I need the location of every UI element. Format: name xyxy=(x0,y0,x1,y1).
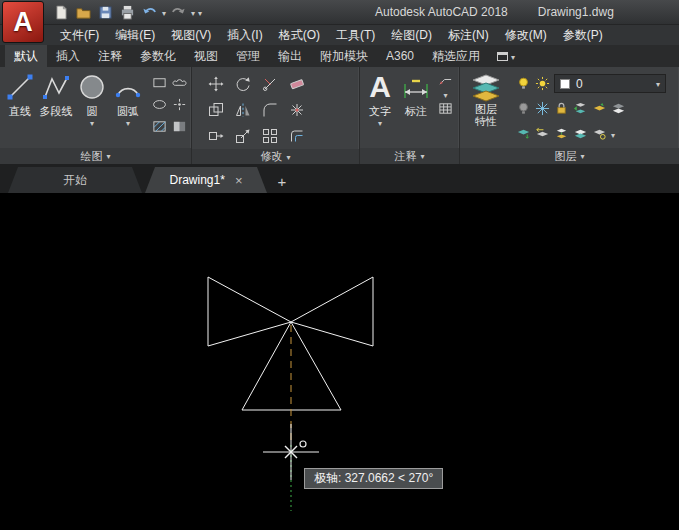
layer-tools-caret[interactable] xyxy=(611,129,615,139)
text-tool-button[interactable]: A 文字 xyxy=(362,69,398,148)
panel-annotate-footer[interactable]: 注释 xyxy=(360,148,459,164)
autocad-window: A Autodesk AutoCAD 2018 Drawing1.dwg 文件(… xyxy=(0,0,679,530)
ribbon-display-icon xyxy=(497,52,508,61)
layer-unisolate-button[interactable] xyxy=(573,126,588,141)
panel-layers-expand-caret xyxy=(580,152,584,160)
ribbon-tab-parametric[interactable]: 参数化 xyxy=(131,45,185,67)
menu-format[interactable]: 格式(O) xyxy=(271,25,328,45)
gradient-tool-button[interactable] xyxy=(169,115,189,137)
stretch-tool-button[interactable] xyxy=(202,123,229,149)
point-tool-button[interactable] xyxy=(169,93,189,115)
menu-draw[interactable]: 绘图(D) xyxy=(383,25,440,45)
text-dropdown-caret[interactable] xyxy=(378,117,382,127)
file-tab-start[interactable]: 开始 xyxy=(8,167,142,193)
offset-tool-button[interactable] xyxy=(283,123,310,149)
fillet-tool-button[interactable] xyxy=(256,97,283,123)
close-tab-icon[interactable]: × xyxy=(235,174,243,187)
layer-off-button[interactable] xyxy=(516,101,531,116)
save-button[interactable] xyxy=(96,2,115,22)
current-layer-dropdown[interactable]: 0 xyxy=(554,74,666,93)
bowtie-left-triangle[interactable] xyxy=(208,277,291,346)
panel-layers: 图层 特性 0 xyxy=(460,67,679,164)
ribbon-tab-bar: 默认 插入 注释 参数化 视图 管理 输出 附加模块 A360 精选应用 xyxy=(0,45,679,67)
document-title: Drawing1.dwg xyxy=(538,5,614,19)
menu-modify[interactable]: 修改(M) xyxy=(497,25,555,45)
ribbon-tab-manage[interactable]: 管理 xyxy=(227,45,269,67)
plot-button[interactable] xyxy=(118,2,137,22)
copy-tool-button[interactable] xyxy=(202,97,229,123)
make-current-button[interactable] xyxy=(592,101,607,116)
mirror-tool-button[interactable] xyxy=(229,97,256,123)
table-tool-button[interactable] xyxy=(438,101,453,116)
layer-dropdown-caret xyxy=(656,80,660,88)
ribbon-tab-home[interactable]: 默认 xyxy=(5,45,47,67)
ribbon-tab-featured-apps[interactable]: 精选应用 xyxy=(423,45,489,67)
new-drawing-tab-button[interactable]: + xyxy=(270,169,294,193)
rectangle-tool-button[interactable] xyxy=(149,71,169,93)
menu-tools[interactable]: 工具(T) xyxy=(328,25,383,45)
menu-parametric[interactable]: 参数(P) xyxy=(555,25,611,45)
scale-tool-button[interactable] xyxy=(229,123,256,149)
leader-tool-button[interactable] xyxy=(438,72,453,87)
circle-tool-button[interactable]: 圆 xyxy=(74,69,110,148)
ribbon-display-toggle-button[interactable] xyxy=(497,45,515,67)
panel-modify-footer[interactable]: 修改 xyxy=(192,149,359,164)
menu-edit[interactable]: 编辑(E) xyxy=(107,25,163,45)
arc-tool-button[interactable]: 圆弧 xyxy=(110,69,146,148)
layer-on-button[interactable] xyxy=(516,76,531,91)
line-tool-button[interactable]: 直线 xyxy=(2,69,38,148)
layer-tools-row-1 xyxy=(516,96,666,121)
ribbon-tab-output[interactable]: 输出 xyxy=(269,45,311,67)
menu-view[interactable]: 视图(V) xyxy=(163,25,219,45)
undo-button[interactable] xyxy=(140,2,159,22)
ribbon-tab-insert[interactable]: 插入 xyxy=(47,45,89,67)
hatch-tool-button[interactable] xyxy=(149,115,169,137)
layers-controls: 0 xyxy=(516,69,666,146)
dimension-tool-button[interactable]: 标注 xyxy=(398,69,434,148)
revision-cloud-tool-button[interactable] xyxy=(169,71,189,93)
ribbon-tab-addins[interactable]: 附加模块 xyxy=(311,45,377,67)
layer-thaw-button[interactable] xyxy=(535,76,550,91)
menu-dimension[interactable]: 标注(N) xyxy=(440,25,497,45)
rotate-tool-button[interactable] xyxy=(229,71,256,97)
polyline-tool-button[interactable]: 多段线 xyxy=(38,69,74,148)
menu-file[interactable]: 文件(F) xyxy=(52,25,107,45)
panel-draw-footer[interactable]: 绘图 xyxy=(0,148,191,164)
layer-isolate-button[interactable] xyxy=(611,101,626,116)
ellipse-tool-button[interactable] xyxy=(149,93,169,115)
layer-lock-button[interactable] xyxy=(554,101,569,116)
menubar: 文件(F) 编辑(E) 视图(V) 插入(I) 格式(O) 工具(T) 绘图(D… xyxy=(0,25,679,45)
layer-settings-button[interactable] xyxy=(592,126,607,141)
move-tool-button[interactable] xyxy=(202,71,229,97)
layer-walk-button[interactable] xyxy=(516,126,531,141)
ribbon-tab-a360[interactable]: A360 xyxy=(377,45,423,67)
line-label: 直线 xyxy=(9,105,31,117)
erase-tool-button[interactable] xyxy=(283,71,310,97)
array-tool-button[interactable] xyxy=(256,123,283,149)
ribbon-tab-annotate[interactable]: 注释 xyxy=(89,45,131,67)
layer-freeze-button[interactable] xyxy=(535,101,550,116)
ribbon-tab-view[interactable]: 视图 xyxy=(185,45,227,67)
bowtie-right-triangle[interactable] xyxy=(291,277,373,346)
panel-layers-footer[interactable]: 图层 xyxy=(460,148,679,164)
application-menu-button[interactable]: A xyxy=(2,1,44,43)
redo-button[interactable] xyxy=(169,2,188,22)
layer-properties-button[interactable]: 图层 特性 xyxy=(462,69,510,148)
layer-prev-button[interactable] xyxy=(535,126,550,141)
redo-dropdown-caret[interactable] xyxy=(191,7,195,17)
circle-dropdown-caret[interactable] xyxy=(90,117,94,127)
layer-match-button[interactable] xyxy=(573,101,588,116)
explode-tool-button[interactable] xyxy=(283,97,310,123)
menu-insert[interactable]: 插入(I) xyxy=(219,25,270,45)
new-file-button[interactable] xyxy=(52,2,71,22)
layer-merge-button[interactable] xyxy=(554,126,569,141)
arc-dropdown-caret[interactable] xyxy=(126,117,130,127)
leader-dropdown-caret[interactable] xyxy=(443,89,447,99)
undo-dropdown-caret[interactable] xyxy=(162,7,166,17)
open-file-button[interactable] xyxy=(74,2,93,22)
copy-icon xyxy=(208,102,224,118)
drawing-canvas[interactable]: 极轴: 327.0662 < 270° xyxy=(0,193,679,530)
trim-tool-button[interactable] xyxy=(256,71,283,97)
qat-customize-caret[interactable] xyxy=(198,7,202,17)
file-tab-drawing1[interactable]: Drawing1* × xyxy=(145,167,267,193)
